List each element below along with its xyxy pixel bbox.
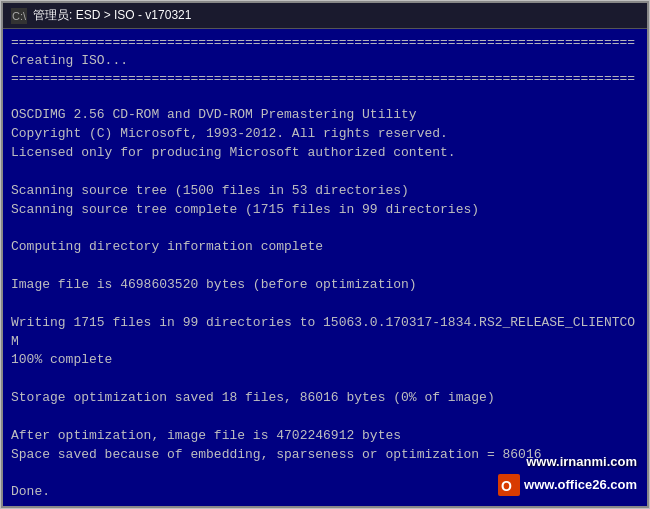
separator-top: ========================================… [11,35,639,52]
window-frame: C:\ 管理员: ESD > ISO - v170321 ===========… [1,1,649,508]
blank-line-7 [11,408,639,427]
title-bar: C:\ 管理员: ESD > ISO - v170321 [3,3,647,29]
computing-dir-line: Computing directory information complete [11,238,639,257]
blank-line-5 [11,295,639,314]
creating-iso-line: Creating ISO... [11,52,639,71]
svg-text:O: O [501,478,512,494]
storage-optimization-line: Storage optimization saved 18 files, 860… [11,389,639,408]
terminal-body: ========================================… [3,29,647,506]
watermark-office-row: O www.office26.com [498,474,637,496]
watermark-url: www.irnanmi.com [526,453,637,472]
scanning-complete-line: Scanning source tree complete (1715 file… [11,201,639,220]
after-optimization-line: After optimization, image file is 470224… [11,427,639,446]
watermark-area: www.irnanmi.com O www.office26.com [498,453,637,496]
blank-line-9 [11,502,639,506]
blank-line-6 [11,370,639,389]
image-file-bytes-line: Image file is 4698603520 bytes (before o… [11,276,639,295]
writing-files-line: Writing 1715 files in 99 directories to … [11,314,639,352]
oscdimg-line: OSCDIMG 2.56 CD-ROM and DVD-ROM Premaste… [11,106,639,125]
window-title: 管理员: ESD > ISO - v170321 [33,7,639,24]
watermark-site: www.office26.com [524,476,637,495]
window-icon: C:\ [11,8,27,24]
scanning-source-line: Scanning source tree (1500 files in 53 d… [11,182,639,201]
separator-bottom: ========================================… [11,71,639,88]
office-logo-icon: O [498,474,520,496]
blank-line-4 [11,257,639,276]
percent-complete-line: 100% complete [11,351,639,370]
blank-line-3 [11,220,639,239]
blank-line-1 [11,88,639,107]
copyright-line: Copyright (C) Microsoft, 1993-2012. All … [11,125,639,144]
blank-line-2 [11,163,639,182]
licensed-line: Licensed only for producing Microsoft au… [11,144,639,163]
